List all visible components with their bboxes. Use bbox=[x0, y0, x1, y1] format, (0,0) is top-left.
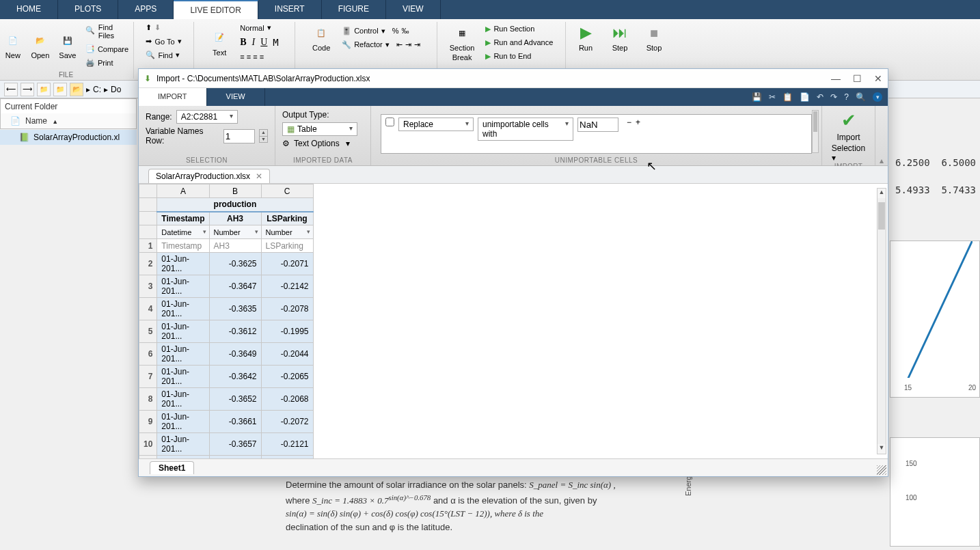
table-cell[interactable]: -0.2121 bbox=[261, 433, 313, 456]
control-button[interactable]: 🎚️Control ▾ % ‰ bbox=[339, 25, 423, 37]
table-cell[interactable]: -0.3635 bbox=[209, 298, 261, 320]
mono-button[interactable]: M bbox=[273, 37, 278, 48]
scroll-up-button[interactable]: ▲ bbox=[877, 189, 886, 198]
tab-apps[interactable]: APPS bbox=[118, 0, 174, 19]
qat-redo-icon[interactable]: ↷ bbox=[830, 92, 837, 102]
normal-dropdown[interactable]: Normal ▾ bbox=[237, 22, 282, 33]
var-row-input[interactable] bbox=[223, 129, 255, 143]
file-row-solarArray[interactable]: 📗 SolarArrayProduction.xl bbox=[0, 130, 137, 145]
up-folder-button[interactable]: 📁 bbox=[37, 83, 51, 96]
col-C[interactable]: C bbox=[261, 184, 313, 198]
table-cell[interactable]: 01-Jun-201... bbox=[157, 388, 209, 411]
qat-copy-icon[interactable]: 📋 bbox=[782, 92, 793, 102]
replace-rule-dropdown[interactable]: Replace bbox=[398, 118, 474, 131]
cell-1-B[interactable]: AH3 bbox=[209, 239, 261, 253]
add-rule-button[interactable]: + bbox=[636, 118, 640, 127]
tab-live-editor[interactable]: LIVE EDITOR bbox=[174, 0, 258, 19]
type-Timestamp[interactable]: Datetime bbox=[157, 225, 209, 239]
step-button[interactable]: ⏭Step bbox=[608, 22, 632, 53]
history-button[interactable]: 📁 bbox=[53, 83, 67, 96]
table-cell[interactable]: -0.2065 bbox=[261, 366, 313, 388]
table-cell[interactable]: 01-Jun-201... bbox=[157, 253, 209, 275]
rules-scrollbar[interactable] bbox=[812, 110, 819, 153]
import-tab-import[interactable]: IMPORT bbox=[139, 88, 207, 106]
qat-paste-icon[interactable]: 📄 bbox=[800, 92, 810, 102]
table-cell[interactable]: 01-Jun-201... bbox=[157, 298, 209, 320]
new-button[interactable]: 📄 New bbox=[1, 29, 25, 61]
replace-value-input[interactable] bbox=[577, 118, 618, 132]
qat-expand-icon[interactable]: ▾ bbox=[873, 92, 882, 102]
table-cell[interactable]: 01-Jun-201... bbox=[157, 275, 209, 298]
minimize-button[interactable]: — bbox=[831, 73, 841, 84]
open-button[interactable]: 📂 Open bbox=[28, 29, 53, 61]
table-cell[interactable]: -0.3649 bbox=[209, 343, 261, 366]
table-cell[interactable]: -0.2142 bbox=[261, 275, 313, 298]
table-cell[interactable]: 01-Jun-201... bbox=[157, 320, 209, 343]
table-cell[interactable]: 01-Jun-201... bbox=[157, 433, 209, 456]
tab-insert[interactable]: INSERT bbox=[258, 0, 322, 19]
format-biu[interactable]: B I U M bbox=[237, 36, 282, 49]
underline-button[interactable]: U bbox=[260, 37, 267, 48]
table-cell[interactable]: -0.3661 bbox=[209, 411, 261, 433]
run-to-end-button[interactable]: ▶Run to End bbox=[482, 51, 556, 62]
workbook-tab-close-icon[interactable]: ✕ bbox=[256, 171, 262, 181]
table-cell[interactable]: -0.2072 bbox=[261, 411, 313, 433]
row-header[interactable]: 4 bbox=[139, 298, 157, 320]
row-header[interactable]: 6 bbox=[139, 343, 157, 366]
var-row-spinner[interactable]: ▲▼ bbox=[259, 129, 268, 143]
table-name[interactable]: production bbox=[157, 198, 313, 212]
back-button[interactable]: ⟵ bbox=[4, 83, 18, 96]
text-options-label[interactable]: Text Options bbox=[294, 139, 340, 148]
table-cell[interactable]: -0.3657 bbox=[209, 433, 261, 456]
code-button[interactable]: 📋 Code bbox=[309, 22, 334, 53]
maximize-button[interactable]: ☐ bbox=[853, 73, 862, 84]
tab-view[interactable]: VIEW bbox=[386, 0, 441, 19]
scroll-down-button[interactable]: ▼ bbox=[877, 444, 886, 454]
table-cell[interactable]: -0.2078 bbox=[261, 298, 313, 320]
save-button[interactable]: 💾 Save bbox=[55, 29, 80, 61]
stop-button[interactable]: ■Stop bbox=[642, 22, 666, 53]
table-cell[interactable]: -0.3647 bbox=[209, 275, 261, 298]
type-AH3[interactable]: Number bbox=[209, 225, 261, 239]
find-button[interactable]: 🔍Find ▾ bbox=[143, 49, 184, 61]
table-cell[interactable]: -0.2044 bbox=[261, 343, 313, 366]
row-header[interactable]: 7 bbox=[139, 366, 157, 388]
remove-rule-button[interactable]: − bbox=[627, 118, 631, 127]
table-cell[interactable]: -0.3652 bbox=[209, 388, 261, 411]
italic-button[interactable]: I bbox=[252, 37, 256, 48]
current-folder-name-column[interactable]: 📄 Name ▲ bbox=[0, 113, 137, 129]
find-files-button[interactable]: Find Files bbox=[83, 22, 131, 41]
workbook-tab[interactable]: SolarArrayProduction.xlsx ✕ bbox=[148, 169, 270, 183]
replace-scope-dropdown[interactable]: unimportable cells with bbox=[478, 118, 573, 141]
qat-cut-icon[interactable]: ✂ bbox=[769, 92, 776, 102]
table-cell[interactable]: -0.2068 bbox=[261, 388, 313, 411]
text-button[interactable]: 📝 Text bbox=[207, 27, 232, 58]
list-buttons[interactable]: ≡ ≡ ≡ ≡ bbox=[237, 51, 282, 62]
section-break-button[interactable]: ▦ Section Break bbox=[447, 22, 478, 63]
print-button[interactable]: 🖨️Print bbox=[83, 57, 131, 68]
path-seg[interactable]: Do bbox=[111, 85, 121, 94]
row-header[interactable]: 9 bbox=[139, 411, 157, 433]
col-B[interactable]: B bbox=[209, 184, 261, 198]
qat-save-icon[interactable]: 💾 bbox=[752, 92, 762, 102]
scroll-thumb[interactable] bbox=[878, 202, 885, 230]
import-selection-button[interactable]: ✔ Import Selection ▾ bbox=[829, 110, 868, 163]
col-A[interactable]: A bbox=[157, 184, 209, 198]
table-cell[interactable]: 01-Jun-201... bbox=[157, 456, 209, 459]
table-cell[interactable]: -0.1995 bbox=[261, 320, 313, 343]
import-tab-view[interactable]: VIEW bbox=[207, 88, 265, 106]
path-drive[interactable]: C: bbox=[93, 85, 101, 94]
row-header[interactable]: 2 bbox=[139, 253, 157, 275]
row-header[interactable]: 10 bbox=[139, 433, 157, 456]
row-header[interactable]: 11 bbox=[139, 456, 157, 459]
indent-buttons[interactable]: ⬆⬇ bbox=[143, 22, 184, 33]
tab-home[interactable]: HOME bbox=[0, 0, 58, 19]
compare-button[interactable]: 📑Compare bbox=[83, 43, 131, 55]
tab-plots[interactable]: PLOTS bbox=[58, 0, 118, 19]
table-cell[interactable]: -0.2130 bbox=[261, 456, 313, 459]
tab-figure[interactable]: FIGURE bbox=[322, 0, 386, 19]
row-header[interactable]: 3 bbox=[139, 275, 157, 298]
table-cell[interactable]: -0.2071 bbox=[261, 253, 313, 275]
table-cell[interactable]: 01-Jun-201... bbox=[157, 366, 209, 388]
range-dropdown[interactable]: A2:C2881 bbox=[176, 110, 238, 124]
